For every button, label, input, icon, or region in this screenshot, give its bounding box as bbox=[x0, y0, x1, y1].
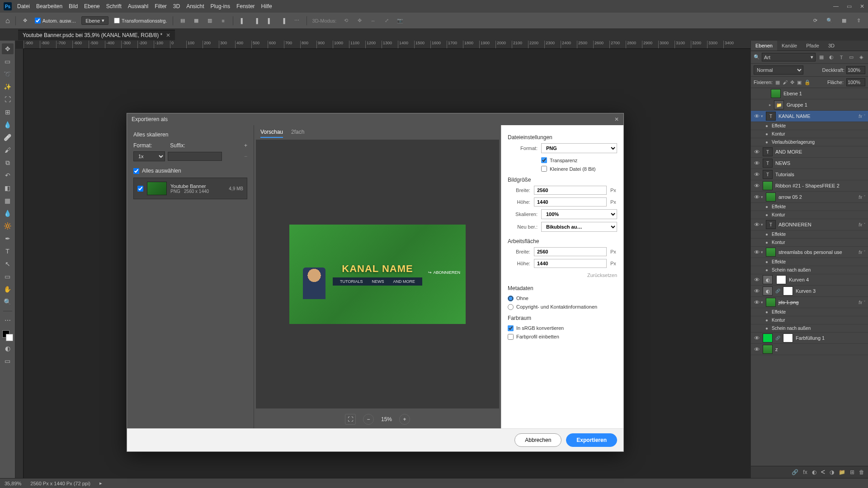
opacity-input[interactable] bbox=[846, 66, 865, 74]
layer-row[interactable]: 👁 T Tutorials bbox=[751, 169, 868, 180]
fit-icon[interactable]: ⛶ bbox=[345, 414, 356, 425]
transparency-checkbox[interactable] bbox=[541, 157, 547, 163]
lasso-tool[interactable]: ➰ bbox=[2, 69, 14, 80]
distribute-icon[interactable]: ≡ bbox=[219, 17, 227, 25]
scale-dropdown[interactable]: 1x bbox=[133, 151, 165, 161]
zoom-in-icon[interactable]: + bbox=[399, 414, 410, 425]
visibility-toggle[interactable]: 👁 bbox=[753, 183, 761, 189]
layer-name[interactable]: KANAL NAME bbox=[778, 113, 859, 119]
fx-expand-icon[interactable]: ˇ bbox=[864, 195, 865, 199]
dodge-tool[interactable]: 🔆 bbox=[2, 221, 14, 231]
layer-row[interactable]: ●Effekte bbox=[751, 258, 868, 266]
layer-row[interactable]: 👁 Ribbon #21 - ShapesFREE 2 bbox=[751, 180, 868, 192]
format-dropdown[interactable]: PNG bbox=[541, 143, 617, 153]
fx-badge[interactable]: fx bbox=[859, 195, 862, 200]
lock-position-icon[interactable]: ✥ bbox=[790, 80, 794, 85]
layer-row[interactable]: 👁 🔗 Farbfüllung 1 bbox=[751, 333, 868, 344]
layer-select-dropdown[interactable]: Ebene▾ bbox=[81, 16, 108, 25]
menu-auswahl[interactable]: Auswahl bbox=[128, 3, 148, 9]
smaller-file-checkbox[interactable] bbox=[541, 166, 547, 172]
share-icon[interactable]: ⇧ bbox=[854, 17, 863, 25]
close-icon[interactable]: ✕ bbox=[860, 3, 864, 9]
layer-name[interactable]: z bbox=[774, 347, 866, 352]
move-tool-icon[interactable]: ✥ bbox=[21, 17, 29, 25]
layer-name[interactable]: Ribbon #21 - ShapesFREE 2 bbox=[774, 183, 866, 188]
align-left-icon[interactable]: ▤ bbox=[179, 17, 187, 25]
asset-checkbox[interactable] bbox=[137, 186, 143, 192]
layer-row[interactable]: ●Verlaufsüberlagerung bbox=[751, 138, 868, 146]
layer-row[interactable]: ●Effekte bbox=[751, 308, 868, 316]
menu-ebene[interactable]: Ebene bbox=[84, 3, 100, 9]
align-right-icon[interactable]: ▥ bbox=[206, 17, 214, 25]
scale-dropdown[interactable]: 100% bbox=[541, 209, 617, 219]
export-button[interactable]: Exportieren bbox=[566, 433, 617, 447]
tab-ebenen[interactable]: Ebenen bbox=[751, 41, 777, 51]
preview-tab-vorschau[interactable]: Vorschau bbox=[260, 129, 283, 138]
layer-name[interactable]: jds 1.png bbox=[778, 300, 859, 305]
menu-filter[interactable]: Filter bbox=[155, 3, 167, 9]
tab-pfade[interactable]: Pfade bbox=[802, 41, 824, 51]
menu-plugins[interactable]: Plug-ins bbox=[211, 3, 230, 9]
workspace-icon[interactable]: ▦ bbox=[840, 17, 848, 25]
align-top-icon[interactable]: ▌ bbox=[239, 17, 247, 25]
delete-layer-icon[interactable]: 🗑 bbox=[859, 469, 864, 475]
menu-ansicht[interactable]: Ansicht bbox=[186, 3, 204, 9]
visibility-toggle[interactable]: 👁 bbox=[753, 346, 761, 353]
shape-tool[interactable]: ▭ bbox=[2, 271, 14, 282]
menu-schrift[interactable]: Schrift bbox=[106, 3, 122, 9]
layer-row[interactable]: 👁 z bbox=[751, 344, 868, 355]
layer-row[interactable]: 👁 T NEWS bbox=[751, 158, 868, 169]
blend-mode-dropdown[interactable]: Normal bbox=[754, 66, 803, 75]
filter-pixel-icon[interactable]: ▦ bbox=[817, 53, 826, 61]
add-scale-icon[interactable]: + bbox=[244, 142, 247, 149]
crop-tool[interactable]: ⛶ bbox=[2, 94, 14, 105]
layer-name[interactable]: ABONNIEREN bbox=[778, 222, 859, 227]
filter-shape-icon[interactable]: ▭ bbox=[847, 53, 855, 61]
maximize-icon[interactable]: ▭ bbox=[847, 3, 852, 9]
layer-row[interactable]: 👁 ▾ arrow 05 2 fxˇ bbox=[751, 192, 868, 203]
menu-datei[interactable]: Datei bbox=[17, 3, 30, 9]
layer-row[interactable]: 👁 ◐ Kurven 4 bbox=[751, 274, 868, 286]
menu-hilfe[interactable]: Hilfe bbox=[261, 3, 272, 9]
edit-toolbar[interactable]: ⋯ bbox=[2, 315, 14, 326]
menu-bild[interactable]: Bild bbox=[69, 3, 78, 9]
resample-dropdown[interactable]: Bikubisch au… bbox=[541, 222, 617, 232]
marquee-tool[interactable]: ▭ bbox=[2, 56, 14, 67]
visibility-toggle[interactable]: 👁 bbox=[753, 249, 761, 256]
layer-name[interactable]: AND MORE bbox=[774, 149, 866, 155]
tab-kanaele[interactable]: Kanäle bbox=[777, 41, 802, 51]
layer-fx-icon[interactable]: fx bbox=[803, 469, 807, 475]
visibility-toggle[interactable]: 👁 bbox=[753, 149, 761, 155]
auto-select-checkbox[interactable]: Autom. ausw… bbox=[35, 18, 76, 23]
wand-tool[interactable]: ✨ bbox=[2, 81, 14, 92]
fx-badge[interactable]: fx bbox=[859, 300, 862, 305]
align-vcenter-icon[interactable]: ▐ bbox=[252, 17, 260, 25]
lock-artboard-icon[interactable]: ▣ bbox=[797, 80, 802, 85]
asset-item[interactable]: Youtube Banner PNG 2560 x 1440 4,9 MB bbox=[133, 178, 247, 199]
color-swatches[interactable] bbox=[2, 330, 13, 341]
width-input[interactable] bbox=[534, 186, 607, 195]
brush-tool[interactable]: 🖌 bbox=[2, 145, 14, 155]
layer-name[interactable]: Gruppe 1 bbox=[786, 102, 866, 108]
layer-row[interactable]: ●Effekte bbox=[751, 122, 868, 130]
document-tab[interactable]: Youtube Banner.psdc bei 35,9% (KANAL NAM… bbox=[18, 30, 175, 40]
fx-expand-icon[interactable]: ˇ bbox=[864, 222, 865, 227]
new-group-icon[interactable]: 📁 bbox=[839, 469, 845, 475]
fx-badge[interactable]: fx bbox=[859, 114, 862, 119]
link-layers-icon[interactable]: 🔗 bbox=[792, 469, 798, 475]
visibility-toggle[interactable]: 👁 bbox=[753, 335, 761, 342]
expand-toggle-icon[interactable]: ▾ bbox=[761, 300, 763, 305]
visibility-toggle[interactable]: 👁 bbox=[753, 171, 761, 178]
suffix-input[interactable] bbox=[168, 152, 222, 161]
layer-mask-icon[interactable]: ◐ bbox=[812, 469, 816, 475]
layer-row[interactable]: ●Kontur bbox=[751, 211, 868, 219]
remove-scale-icon[interactable]: − bbox=[244, 153, 247, 160]
align-center-icon[interactable]: ▦ bbox=[192, 17, 200, 25]
type-tool[interactable]: T bbox=[2, 246, 14, 257]
canvas-height-input[interactable] bbox=[534, 259, 607, 268]
visibility-toggle[interactable]: 👁 bbox=[753, 299, 761, 306]
layer-row[interactable]: 👁 ▾ jds 1.png fxˇ bbox=[751, 297, 868, 308]
heal-tool[interactable]: 🩹 bbox=[2, 132, 14, 143]
layer-row[interactable]: ●Kontur bbox=[751, 130, 868, 138]
history-brush-tool[interactable]: ↶ bbox=[2, 170, 14, 181]
